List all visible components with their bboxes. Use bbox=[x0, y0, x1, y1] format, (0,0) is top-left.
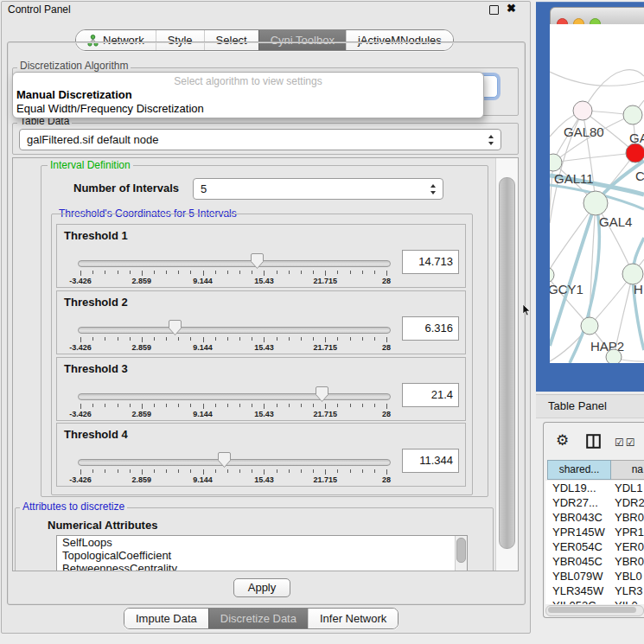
table-row[interactable]: YER054CYER0 bbox=[545, 539, 644, 554]
algorithm-option-equal-width-frequency-discretization[interactable]: Equal Width/Frequency Discretization bbox=[13, 102, 483, 116]
select-columns-icon[interactable]: ☑☑ bbox=[615, 437, 637, 449]
slider-tick bbox=[277, 337, 277, 341]
spinner-icon bbox=[488, 135, 494, 145]
cell-shared-name: YDL19... bbox=[552, 481, 596, 495]
slider-tick-label: 28 bbox=[382, 475, 391, 484]
network-node-gal80[interactable] bbox=[573, 101, 592, 120]
interval-definition-label: Interval Definition bbox=[48, 159, 133, 171]
tab-infer-network[interactable]: Infer Network bbox=[308, 609, 398, 628]
slider-tick bbox=[130, 271, 131, 274]
slider-track[interactable] bbox=[78, 393, 391, 400]
node-label: GAL4 bbox=[599, 214, 632, 229]
slider-tick bbox=[289, 469, 290, 473]
slider-tick bbox=[325, 404, 326, 409]
table-panel-window: ⚙ ☑☑ shared... na YDL19...YDL1YDR27...YD… bbox=[543, 422, 644, 618]
slider-tick bbox=[118, 404, 118, 407]
slider-track[interactable] bbox=[78, 260, 391, 267]
slider-tick bbox=[264, 337, 265, 342]
slider-tick bbox=[337, 404, 338, 407]
slider-tick bbox=[118, 469, 118, 473]
slider-tick bbox=[166, 404, 167, 407]
apply-button[interactable]: Apply bbox=[233, 578, 290, 597]
algorithm-option-manual-discretization[interactable]: Manual Discretization bbox=[13, 88, 483, 102]
close-panel-icon[interactable]: ✖ bbox=[507, 2, 516, 15]
number-of-intervals-combobox[interactable]: 5 bbox=[193, 178, 443, 200]
table-data-value: galFiltered.sif default node bbox=[27, 133, 158, 146]
cell-shared-name: YLR345W bbox=[552, 583, 603, 598]
threshold-value-field[interactable]: 6.316 bbox=[402, 316, 459, 341]
network-node-ga[interactable] bbox=[623, 105, 642, 124]
slider-tick-label: -3.426 bbox=[69, 343, 92, 352]
threshold-value-field[interactable]: 14.713 bbox=[402, 250, 459, 274]
network-view-canvas[interactable]: GAL80GACGAL11GAL4GCY1HHAP2 bbox=[550, 24, 644, 363]
table-row[interactable]: YPR145WYPR1 bbox=[545, 525, 644, 539]
slider-tick bbox=[142, 404, 143, 409]
network-node-c[interactable] bbox=[626, 143, 644, 163]
table-row[interactable]: YBL079WYBL0 bbox=[545, 569, 644, 583]
slider-tick bbox=[374, 404, 375, 407]
table-row[interactable]: YDR27...YDR2 bbox=[545, 495, 644, 510]
table-hscrollbar-track[interactable] bbox=[545, 605, 644, 616]
slider-tick bbox=[239, 404, 240, 407]
numerical-attributes-list[interactable]: SelfLoopsTopologicalCoefficientBetweenne… bbox=[56, 535, 468, 571]
slider-tick bbox=[105, 404, 105, 407]
gear-icon[interactable]: ⚙ bbox=[556, 431, 569, 450]
tab-impute-data[interactable]: Impute Data bbox=[124, 609, 208, 628]
slider-tick bbox=[142, 271, 143, 276]
column-header-shared-name[interactable]: shared... bbox=[547, 460, 611, 480]
slider-tick bbox=[190, 337, 191, 341]
cell-name: YLR3 bbox=[615, 583, 643, 598]
tab-discretize-data[interactable]: Discretize Data bbox=[208, 609, 308, 628]
slider-tick bbox=[337, 271, 338, 274]
algorithm-prompt: Select algorithm to view settings bbox=[13, 74, 483, 88]
list-scrollbar-thumb[interactable] bbox=[456, 538, 466, 563]
split-columns-icon[interactable] bbox=[586, 434, 601, 449]
slider-tick bbox=[301, 337, 302, 341]
cell-shared-name: YDR27... bbox=[552, 495, 598, 510]
slider-thumb[interactable] bbox=[316, 386, 328, 402]
slider-tick-label: 21.715 bbox=[313, 475, 337, 484]
network-node-hap2[interactable] bbox=[581, 317, 598, 335]
table-row[interactable]: YBR045CYBR0 bbox=[545, 554, 644, 569]
table-row[interactable]: YIL053CYIL0 bbox=[545, 598, 644, 604]
numerical-attributes-label: Numerical Attributes bbox=[48, 519, 157, 532]
slider-tick-label: 9.144 bbox=[193, 410, 213, 418]
slider-tick bbox=[301, 404, 302, 407]
threshold-value-field[interactable]: 11.344 bbox=[402, 449, 459, 473]
table-hscrollbar-thumb[interactable] bbox=[548, 607, 636, 613]
table-row[interactable]: YLR345WYLR3 bbox=[545, 583, 644, 598]
table-data-combobox[interactable]: galFiltered.sif default node bbox=[19, 129, 501, 150]
node-label: GA bbox=[629, 131, 644, 145]
slider-tick bbox=[92, 337, 93, 341]
tab-label: Discretize Data bbox=[220, 609, 296, 628]
slider-tick bbox=[154, 271, 155, 274]
slider-thumb[interactable] bbox=[169, 320, 182, 335]
table-row[interactable]: YDL19...YDL1 bbox=[545, 481, 644, 495]
attribute-item-topologicalcoefficient[interactable]: TopologicalCoefficient bbox=[57, 549, 467, 562]
table-body[interactable]: YDL19...YDL1YDR27...YDR2YBR043CYBR0YPR14… bbox=[545, 481, 644, 604]
slider-tick bbox=[154, 469, 155, 473]
slider-tick bbox=[337, 469, 338, 473]
attribute-item-betweennesscentrality[interactable]: BetweennessCentrality bbox=[57, 562, 467, 571]
slider-thumb[interactable] bbox=[218, 452, 231, 468]
scrollbar-thumb[interactable] bbox=[499, 177, 515, 549]
cell-shared-name: YBL079W bbox=[552, 569, 603, 583]
slider-tick bbox=[313, 469, 314, 473]
algorithm-dropdown-popup: Select algorithm to view settings Manual… bbox=[12, 72, 484, 118]
column-header-name[interactable]: na bbox=[611, 460, 644, 480]
network-node-gcy1[interactable] bbox=[550, 267, 554, 283]
network-window-titlebar[interactable] bbox=[550, 7, 644, 26]
attribute-item-selfloops[interactable]: SelfLoops bbox=[57, 536, 467, 549]
slider-tick-label: 2.859 bbox=[132, 277, 152, 285]
threshold-value-field[interactable]: 21.4 bbox=[402, 383, 459, 407]
float-window-icon[interactable] bbox=[489, 5, 499, 15]
slider-track[interactable] bbox=[78, 327, 391, 334]
cell-name: YBL0 bbox=[615, 569, 642, 583]
table-row[interactable]: YBR043CYBR0 bbox=[545, 510, 644, 525]
slider-track[interactable] bbox=[78, 459, 391, 466]
slider-thumb[interactable] bbox=[251, 253, 264, 269]
network-node-gal4[interactable] bbox=[583, 191, 608, 215]
slider-tick bbox=[154, 337, 155, 341]
slider-tick bbox=[374, 469, 375, 473]
network-node-partial[interactable] bbox=[606, 349, 622, 363]
